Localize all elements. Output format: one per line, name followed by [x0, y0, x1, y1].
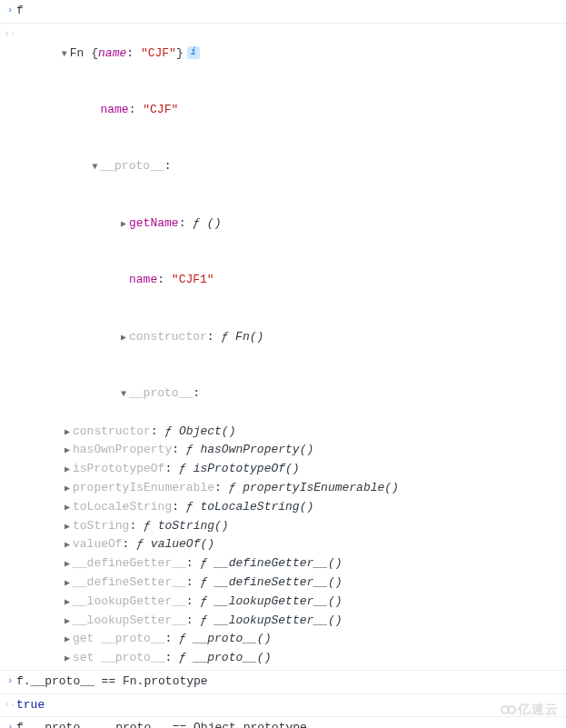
function-f-glyph: ƒ	[179, 462, 186, 475]
prop-method[interactable]: set __proto__: ƒ __proto__()	[62, 649, 562, 668]
expand-arrow[interactable]	[89, 160, 100, 175]
input-code: f	[16, 2, 562, 21]
output-marker: ‹·	[4, 696, 16, 713]
prop-name2[interactable]: name: "CJF1"	[47, 252, 562, 308]
function-signature: hasOwnProperty()	[200, 443, 313, 456]
function-f-glyph: ƒ	[200, 613, 207, 627]
function-signature: isPrototypeOf()	[194, 462, 300, 475]
prop-method[interactable]: isPrototypeOf: ƒ isPrototypeOf()	[62, 460, 562, 479]
expand-arrow[interactable]	[118, 217, 129, 232]
expand-arrow[interactable]	[62, 463, 73, 477]
function-signature: __defineGetter__()	[214, 556, 342, 570]
function-f-glyph: ƒ	[200, 575, 207, 589]
info-icon[interactable]: i	[187, 46, 200, 59]
function-f-glyph: ƒ	[179, 651, 186, 664]
expand-arrow[interactable]	[62, 652, 73, 666]
prop-proto[interactable]: __proto__:	[33, 139, 562, 195]
prop-getname[interactable]: getName: ƒ ()	[47, 195, 562, 252]
function-signature: propertyIsEnumerable()	[243, 481, 399, 494]
function-signature: __defineSetter__()	[214, 575, 342, 589]
prop-constructor[interactable]: constructor: ƒ Fn()	[47, 309, 562, 365]
method-key: propertyIsEnumerable	[73, 481, 214, 494]
method-key: __defineGetter__	[73, 556, 186, 570]
summary-val: "CJF"	[141, 46, 176, 60]
method-key: hasOwnProperty	[73, 443, 172, 456]
prop-proto2[interactable]: __proto__:	[47, 365, 562, 422]
expand-arrow[interactable]	[62, 633, 73, 647]
expand-arrow[interactable]	[62, 482, 73, 496]
expand-arrow[interactable]	[62, 614, 73, 629]
method-key: valueOf	[73, 537, 123, 551]
expand-arrow[interactable]	[62, 557, 73, 572]
expand-arrow[interactable]	[59, 47, 70, 62]
prop-method[interactable]: get __proto__: ƒ __proto__()	[62, 630, 562, 649]
function-f-glyph: ƒ	[186, 500, 194, 514]
prop-method[interactable]: __defineSetter__: ƒ __defineSetter__()	[62, 573, 562, 593]
input-marker: ›	[4, 673, 16, 690]
function-signature: Object()	[179, 424, 235, 438]
method-key: __lookupGetter__	[73, 594, 186, 608]
function-f-glyph: ƒ	[179, 632, 186, 645]
console-input-row: › f.__proto__.__proto__ == Object.protot…	[0, 717, 566, 728]
console-output-row: ‹· Fn {name: "CJF"}i name: "CJF" __proto…	[0, 24, 566, 671]
prop-method[interactable]: constructor: ƒ Object()	[62, 423, 562, 442]
expand-arrow[interactable]	[62, 425, 73, 440]
method-key: toLocaleString	[73, 500, 172, 514]
input-marker: ›	[4, 719, 16, 728]
function-f-glyph: ƒ	[164, 424, 172, 438]
console-input-row: › f.__proto__ == Fn.prototype	[0, 671, 566, 694]
function-signature: __proto__()	[194, 651, 272, 664]
expand-arrow[interactable]	[118, 387, 129, 402]
expand-arrow[interactable]	[62, 444, 73, 458]
method-key: constructor	[73, 424, 151, 438]
prop-method[interactable]: __lookupGetter__: ƒ __lookupGetter__()	[62, 593, 562, 612]
function-signature: __lookupGetter__()	[214, 594, 342, 608]
result-true: true	[16, 698, 45, 712]
console-output-row: ‹· true	[0, 694, 566, 718]
expand-arrow[interactable]	[118, 331, 129, 345]
function-signature: valueOf()	[151, 537, 214, 551]
tree-level-2: getName: ƒ () name: "CJF1" constructor: …	[33, 195, 562, 668]
function-f-glyph: ƒ	[200, 556, 207, 570]
method-key: set __proto__	[73, 651, 164, 664]
function-f-glyph: ƒ	[229, 481, 236, 494]
tree-level-1: name: "CJF" __proto__: getName: ƒ () nam…	[16, 82, 562, 668]
input-marker: ›	[4, 2, 16, 19]
input-code: f.__proto__.__proto__ == Object.prototyp…	[16, 719, 562, 728]
prop-method[interactable]: valueOf: ƒ valueOf()	[62, 535, 562, 554]
object-header[interactable]: Fn {name: "CJF"}i	[16, 25, 562, 82]
prop-name[interactable]: name: "CJF"	[33, 82, 562, 138]
expand-arrow[interactable]	[62, 520, 73, 534]
expand-arrow[interactable]	[62, 501, 73, 515]
function-signature: toString()	[158, 519, 229, 533]
method-key: isPrototypeOf	[73, 462, 164, 475]
prop-method[interactable]: __lookupSetter__: ƒ __lookupSetter__()	[62, 612, 562, 631]
prop-method[interactable]: toString: ƒ toString()	[62, 517, 562, 536]
prop-method[interactable]: propertyIsEnumerable: ƒ propertyIsEnumer…	[62, 479, 562, 498]
method-key: __defineSetter__	[73, 575, 186, 589]
function-f-glyph: ƒ	[144, 519, 151, 533]
prop-method[interactable]: toLocaleString: ƒ toLocaleString()	[62, 498, 562, 517]
summary-key: name	[98, 46, 126, 60]
input-code: f.__proto__ == Fn.prototype	[16, 673, 562, 692]
function-signature: __lookupSetter__()	[214, 613, 342, 627]
method-key: __lookupSetter__	[73, 613, 186, 627]
expand-arrow[interactable]	[62, 595, 73, 610]
tree-level-3: constructor: ƒ Object()hasOwnProperty: ƒ…	[47, 423, 562, 668]
function-f-glyph: ƒ	[136, 537, 144, 551]
output-marker: ‹·	[4, 25, 16, 43]
function-signature: toLocaleString()	[200, 500, 313, 514]
prop-method[interactable]: __defineGetter__: ƒ __defineGetter__()	[62, 554, 562, 573]
output-object-tree: Fn {name: "CJF"}i name: "CJF" __proto__:…	[16, 25, 562, 668]
expand-arrow[interactable]	[62, 538, 73, 553]
class-name: Fn	[70, 46, 84, 60]
prop-method[interactable]: hasOwnProperty: ƒ hasOwnProperty()	[62, 441, 562, 460]
method-key: get __proto__	[73, 632, 164, 645]
function-f-glyph: ƒ	[186, 443, 194, 456]
function-f-glyph: ƒ	[200, 594, 207, 608]
method-key: toString	[73, 519, 129, 533]
function-signature: __proto__()	[194, 632, 272, 645]
expand-arrow[interactable]	[62, 576, 73, 591]
console-input-row: › f	[0, 0, 566, 24]
